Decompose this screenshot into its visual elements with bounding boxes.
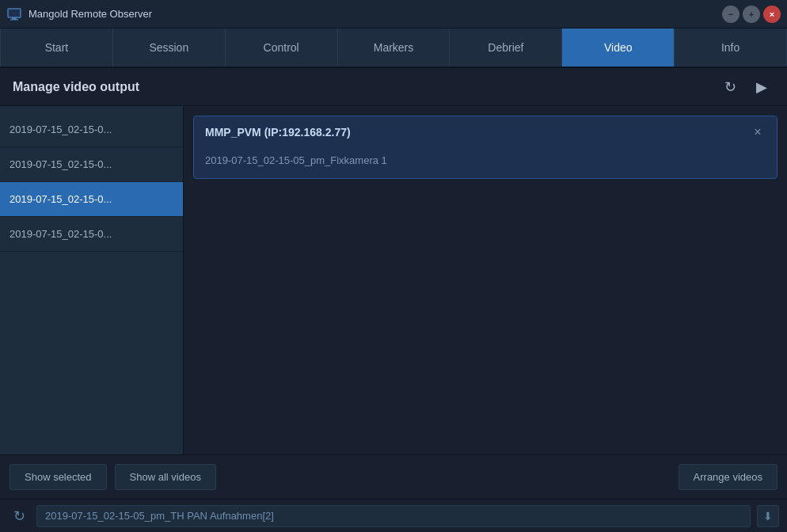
list-item[interactable]: 2019-07-15_02-15-0...	[0, 182, 183, 217]
show-selected-button[interactable]: Show selected	[10, 464, 107, 490]
status-bar: ↻ 2019-07-15_02-15-05_pm_TH PAN Aufnahme…	[0, 499, 787, 532]
svg-rect-2	[10, 19, 18, 21]
tab-session[interactable]: Session	[113, 28, 226, 66]
header-actions: ↻ ▶	[717, 74, 774, 100]
list-item[interactable]: 2019-07-15_02-15-0...	[0, 112, 183, 147]
minimize-button[interactable]: −	[722, 6, 739, 23]
video-entry-close-button[interactable]: ×	[750, 124, 766, 140]
arrange-videos-button[interactable]: Arrange videos	[679, 464, 777, 490]
tab-control[interactable]: Control	[226, 28, 338, 66]
tab-start[interactable]: Start	[0, 28, 113, 66]
window-controls: − + ×	[722, 6, 781, 23]
video-entry-body: 2019-07-15_02-15-05_pm_Fixkamera 1	[194, 148, 777, 178]
svg-rect-1	[12, 17, 17, 19]
tab-debrief[interactable]: Debrief	[450, 28, 562, 66]
status-refresh-button[interactable]: ↻	[8, 505, 30, 527]
status-text: 2019-07-15_02-15-05_pm_TH PAN Aufnahmen[…	[36, 505, 751, 527]
show-all-videos-button[interactable]: Show all videos	[115, 464, 216, 490]
app-title: Mangold Remote Observer	[29, 8, 722, 20]
close-button[interactable]: ×	[763, 6, 781, 23]
content-panel: 2019-07-15_02-15-0... 2019-07-15_02-15-0…	[0, 106, 787, 454]
video-detail-panel: MMP_PVM (IP:192.168.2.77) × 2019-07-15_0…	[184, 106, 787, 454]
refresh-button[interactable]: ↻	[717, 74, 743, 100]
video-entry: MMP_PVM (IP:192.168.2.77) × 2019-07-15_0…	[193, 116, 777, 179]
title-bar: Mangold Remote Observer − + ×	[0, 0, 787, 28]
app-icon	[6, 6, 22, 22]
play-button[interactable]: ▶	[749, 74, 774, 100]
svg-rect-0	[8, 9, 21, 17]
tab-bar: Start Session Control Markers Debrief Vi…	[0, 28, 787, 68]
tab-markers[interactable]: Markers	[338, 28, 451, 66]
video-list: 2019-07-15_02-15-0... 2019-07-15_02-15-0…	[0, 106, 184, 454]
video-entry-header: MMP_PVM (IP:192.168.2.77) ×	[194, 116, 777, 148]
header-bar: Manage video output ↻ ▶	[0, 68, 787, 106]
video-entry-title: MMP_PVM (IP:192.168.2.77)	[205, 126, 351, 139]
maximize-button[interactable]: +	[743, 6, 760, 23]
tab-video[interactable]: Video	[562, 28, 675, 66]
status-dropdown-button[interactable]: ⬇	[757, 505, 779, 527]
video-entry-filename: 2019-07-15_02-15-05_pm_Fixkamera 1	[205, 154, 387, 166]
list-item[interactable]: 2019-07-15_02-15-0...	[0, 147, 183, 182]
list-item[interactable]: 2019-07-15_02-15-0...	[0, 217, 183, 252]
main-content: Manage video output ↻ ▶ 2019-07-15_02-15…	[0, 68, 787, 532]
tab-info[interactable]: Info	[675, 28, 787, 66]
page-title: Manage video output	[13, 80, 139, 94]
bottom-action-bar: Show selected Show all videos Arrange vi…	[0, 454, 787, 499]
